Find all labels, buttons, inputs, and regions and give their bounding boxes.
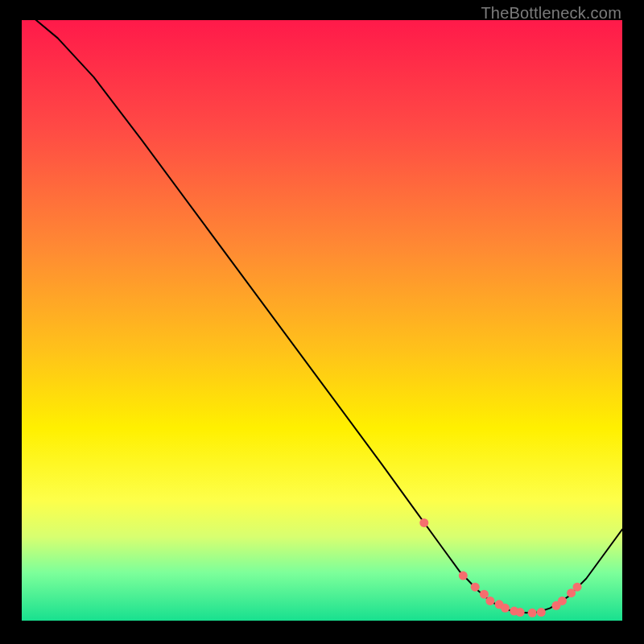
dot-marker-dots — [516, 608, 525, 617]
chart-frame: TheBottleneck.com — [0, 0, 644, 644]
dot-marker-dots — [558, 597, 567, 605]
dot-marker-dots — [501, 604, 510, 613]
svg-rect-0 — [22, 20, 622, 621]
watermark-text: TheBottleneck.com — [481, 4, 621, 23]
dot-marker-dots — [471, 583, 480, 592]
dot-marker-dots — [573, 583, 582, 592]
dot-marker-dots — [419, 518, 428, 527]
chart-svg — [22, 20, 622, 621]
plot-area — [22, 20, 622, 621]
dot-marker-dots — [528, 609, 537, 617]
dot-marker-dots — [459, 572, 468, 580]
dot-marker-dots — [537, 608, 546, 617]
dot-marker-dots — [480, 590, 489, 599]
dot-marker-dots — [485, 597, 494, 605]
